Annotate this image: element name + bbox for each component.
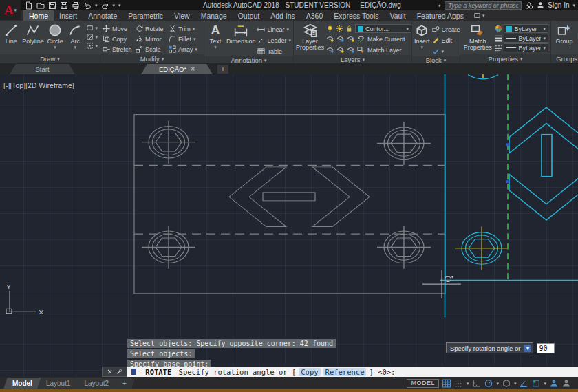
- layer-on-bulb-icon[interactable]: [326, 25, 334, 32]
- save-as-icon[interactable]: [60, 1, 68, 10]
- tab-home[interactable]: Home: [23, 10, 54, 21]
- bolt-hole-top-right[interactable]: [377, 122, 431, 165]
- group-button[interactable]: Group: [553, 22, 575, 45]
- tab-addins[interactable]: Add-ins: [265, 10, 301, 21]
- copy-button[interactable]: Copy: [103, 34, 136, 44]
- layer-isolate-icon[interactable]: [326, 35, 334, 43]
- down-arrow-icon[interactable]: ▼: [524, 345, 531, 352]
- save-icon[interactable]: [48, 1, 56, 10]
- edit-block-button[interactable]: Edit: [432, 35, 460, 45]
- tab-parametric[interactable]: Parametric: [122, 10, 169, 21]
- linetype-dropdown[interactable]: ByLayer ▾: [504, 43, 548, 52]
- tab-express-tools[interactable]: Express Tools: [328, 10, 384, 21]
- match-layer-icon[interactable]: [357, 46, 365, 54]
- annotation-scale-icon[interactable]: [561, 379, 571, 388]
- layer-thaw-sun-icon[interactable]: [336, 25, 343, 32]
- panel-label-layers[interactable]: Layers▾: [294, 55, 411, 63]
- ortho-icon[interactable]: [471, 379, 481, 388]
- tab-output[interactable]: Output: [233, 10, 266, 21]
- grip-point[interactable]: [506, 143, 510, 146]
- redo-icon[interactable]: [101, 1, 109, 10]
- dimension-button[interactable]: Dimension: [226, 22, 256, 45]
- bolt-hole-selected[interactable]: [455, 227, 509, 270]
- isodraft-dropdown-icon[interactable]: ▾: [514, 381, 517, 386]
- tab-view[interactable]: View: [169, 10, 195, 21]
- signin-dropdown-icon[interactable]: ▾: [572, 3, 575, 8]
- lineweight-dropdown[interactable]: ByLayer ▾: [504, 34, 548, 43]
- polar-icon[interactable]: [484, 379, 493, 388]
- arc-button[interactable]: Arc ▾: [66, 22, 84, 50]
- ribbon-display-dropdown-icon[interactable]: ▾: [482, 13, 485, 18]
- layer-lock-icon[interactable]: [345, 25, 353, 32]
- drawing-viewport[interactable]: [-][Top][2D Wireframe]: [0, 74, 578, 377]
- line-button[interactable]: Line: [2, 22, 20, 45]
- polyline-button[interactable]: Polyline: [22, 22, 44, 45]
- trim-button[interactable]: Trim▾: [169, 23, 202, 34]
- layer-unlock-icon[interactable]: [347, 46, 354, 54]
- layout1-tab[interactable]: Layout1: [39, 377, 78, 389]
- grip-point[interactable]: [506, 180, 510, 183]
- layer-dropdown[interactable]: Contor... ▾: [355, 24, 411, 33]
- model-tab[interactable]: Model: [6, 377, 39, 389]
- recent-commands-icon[interactable]: [131, 369, 136, 375]
- file-tab-start[interactable]: Start: [10, 64, 75, 74]
- search-input[interactable]: [445, 1, 522, 10]
- option-copy[interactable]: Copy: [299, 368, 320, 376]
- wrench-icon[interactable]: [116, 369, 122, 375]
- text-button[interactable]: A Text ▾: [206, 22, 224, 50]
- qat-customize-icon[interactable]: ▾: [118, 3, 121, 8]
- circle-button[interactable]: Circle ▾: [46, 22, 64, 50]
- point-icon[interactable]: [86, 42, 94, 50]
- bolt-hole-bottom-right[interactable]: [377, 226, 431, 269]
- model-space-badge[interactable]: MODEL: [407, 379, 439, 388]
- ribbon-display-icon[interactable]: [473, 12, 481, 19]
- linear-button[interactable]: Linear▾: [257, 24, 291, 34]
- viewport-controls[interactable]: [-][Top][2D Wireframe]: [3, 81, 74, 89]
- layer-thaw-icon[interactable]: [336, 46, 344, 54]
- scale-button[interactable]: Scale: [136, 44, 169, 54]
- command-input[interactable]: - ROTATE Specify rotation angle or [ Cop…: [127, 367, 578, 377]
- undo-icon[interactable]: [83, 1, 92, 10]
- move-button[interactable]: Move: [103, 23, 136, 34]
- tab-insert[interactable]: Insert: [54, 10, 83, 21]
- array-button[interactable]: Array▾: [169, 44, 202, 54]
- bolt-hole-bottom-left[interactable]: [142, 226, 195, 269]
- search-arrow-icon[interactable]: ▸: [439, 3, 442, 8]
- osnap-dropdown-icon[interactable]: ▾: [544, 381, 546, 386]
- rotation-angle-input[interactable]: [537, 343, 555, 353]
- panel-label-modify[interactable]: Modify▾: [100, 54, 204, 63]
- osnap-icon[interactable]: [531, 379, 541, 388]
- make-current-button[interactable]: Make Current: [367, 36, 405, 43]
- layout2-tab[interactable]: Layout2: [77, 377, 116, 389]
- snap-icon[interactable]: [454, 379, 464, 388]
- leader-button[interactable]: Leader▾: [257, 35, 291, 45]
- fillet-button[interactable]: Fillet▾: [169, 34, 202, 44]
- panel-label-properties[interactable]: Properties▾: [460, 54, 550, 63]
- attribute-button[interactable]: ▾: [432, 46, 460, 56]
- create-block-button[interactable]: Create: [432, 24, 460, 34]
- tab-manage[interactable]: Manage: [195, 10, 233, 21]
- table-button[interactable]: Table: [257, 46, 291, 56]
- close-icon[interactable]: [107, 369, 113, 375]
- tab-annotate[interactable]: Annotate: [83, 10, 122, 21]
- undo-dropdown-icon[interactable]: ▾: [95, 3, 98, 8]
- close-icon[interactable]: ×: [191, 65, 195, 73]
- sign-in-button[interactable]: Sign In: [548, 1, 569, 9]
- plot-icon[interactable]: [72, 1, 80, 10]
- redo-dropdown-icon[interactable]: ▾: [113, 3, 116, 8]
- mirror-button[interactable]: Mirror: [136, 34, 169, 44]
- make-current-icon[interactable]: [357, 35, 365, 43]
- file-tab-edicao[interactable]: EDIÇÃO* ×: [141, 64, 213, 74]
- match-properties-button[interactable]: Match Properties: [462, 22, 493, 52]
- isodraft-icon[interactable]: [502, 379, 511, 388]
- rotate-button[interactable]: Rotate: [136, 23, 169, 34]
- open-folder-icon[interactable]: [36, 1, 45, 10]
- bolt-hole-top-left[interactable]: [142, 120, 195, 164]
- object-color-dropdown[interactable]: ByLayer ▾: [504, 24, 548, 33]
- stretch-button[interactable]: Stretch: [103, 44, 136, 54]
- grid-icon[interactable]: [442, 379, 451, 388]
- hatch-icon[interactable]: [86, 33, 94, 41]
- selected-geometry[interactable]: [440, 74, 578, 317]
- new-drawing-tab-button[interactable]: +: [217, 65, 228, 74]
- new-file-icon[interactable]: [25, 1, 33, 10]
